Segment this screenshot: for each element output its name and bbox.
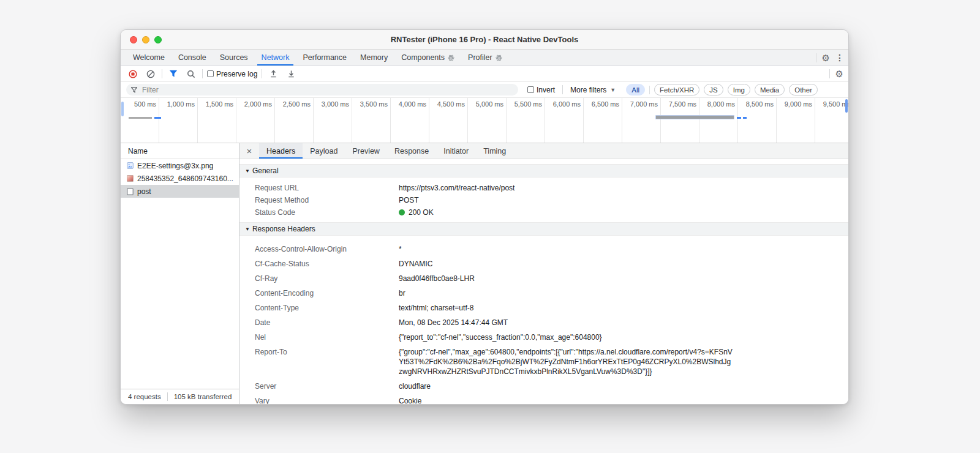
resource-type-filters: All Fetch/XHR JS Img Media Other [626,84,818,95]
tab-sources[interactable]: Sources [213,50,255,66]
details-tab-payload[interactable]: Payload [303,143,345,159]
clear-network-log-button[interactable] [144,68,157,80]
filter-input[interactable] [141,85,513,95]
network-toolbar-right: ⚙ [829,69,843,78]
timeline-tick-label: 4,000 ms [399,100,426,108]
timeline-tick-label: 5,500 ms [514,100,542,108]
header-row: Request Method POST [255,195,848,205]
waterfall-bar [129,117,152,119]
devtools-tab-bar: Welcome Console Sources Network Performa… [121,50,848,66]
waterfall-bar [655,115,734,119]
timeline-tick-label: 6,000 ms [553,100,581,108]
invert-label[interactable]: Invert [537,86,555,94]
close-details-icon[interactable]: × [239,143,259,159]
divider [167,392,168,401]
preserve-log-label[interactable]: Preserve log [216,70,257,78]
tab-console[interactable]: Console [172,50,213,66]
import-har-icon[interactable] [266,68,280,80]
response-headers-section-title: Response Headers [252,225,315,233]
tab-performance[interactable]: Performance [296,50,353,66]
request-row[interactable]: 258435352_648609743160... [121,172,239,185]
header-label: Nel [255,332,399,342]
timeline-tick-label: 8,000 ms [707,100,735,108]
divider [162,69,162,78]
timeline-tick-label: 3,000 ms [322,100,349,108]
tab-welcome[interactable]: Welcome [126,50,172,66]
filter-toggle-icon[interactable] [167,68,180,80]
filter-pill-other[interactable]: Other [789,84,818,95]
timeline-scrollbar-thumb[interactable] [845,99,848,113]
timeline-tick: 6,500 ms [584,98,622,143]
invert-checkbox[interactable] [527,86,534,93]
export-har-icon[interactable] [284,68,298,80]
settings-gear-icon[interactable]: ⚙ [822,53,830,62]
request-name: post [137,187,151,196]
header-row: Report-To {"group":"cf-nel","max_age":60… [255,347,848,376]
timeline-scrollbar-thumb[interactable] [121,102,124,116]
minimize-window-button[interactable] [142,36,149,43]
tab-profiler[interactable]: Profiler [461,50,509,66]
more-filters-dropdown[interactable]: More filters ▼ [570,86,616,94]
header-value: text/html; charset=utf-8 [399,303,473,313]
header-label: Vary [255,396,399,404]
header-row: Content-Encoding br [255,288,848,298]
fullscreen-window-button[interactable] [154,36,162,43]
tab-network[interactable]: Network [255,50,296,66]
tab-components[interactable]: Components [394,50,461,66]
filter-pill-fetch-xhr[interactable]: Fetch/XHR [654,84,699,95]
request-row-selected[interactable]: post [121,185,239,198]
timeline-tick: 8,000 ms [699,98,738,143]
timeline-tick: 4,500 ms [429,98,468,143]
more-options-menu-icon[interactable]: ⋮ [835,53,844,62]
timeline-tick-label: 4,500 ms [437,100,465,108]
filter-pill-img[interactable]: Img [728,84,750,95]
divider [562,85,563,94]
status-code-text: 200 OK [409,208,434,217]
headers-content: ▼ General Request URL https://ptsv3.com/… [239,159,848,404]
close-window-button[interactable] [130,36,137,43]
details-tab-timing[interactable]: Timing [476,143,513,159]
filter-pill-all[interactable]: All [626,84,645,95]
header-value: {"group":"cf-nel","max_age":604800,"endp… [399,347,734,376]
response-headers-rows: Access-Control-Allow-Origin * Cf-Cache-S… [239,236,848,404]
filter-input-box[interactable] [126,84,518,95]
request-row[interactable]: E2EE-settings@3x.png [121,159,239,172]
timeline-tick-label: 2,500 ms [283,100,311,108]
preserve-log-checkbox[interactable] [207,70,214,77]
header-row: Vary Cookie [255,396,848,404]
tab-bar-right-controls: ⚙ ⋮ [816,50,848,66]
general-section-title: General [252,167,279,175]
response-headers-section-header[interactable]: ▼ Response Headers [239,222,848,236]
header-value: https://ptsv3.com/t/react-native/post [399,183,514,193]
timeline-tick: 6,000 ms [545,98,584,143]
timeline-tick-label: 6,500 ms [592,100,619,108]
timeline-tick-label: 9,000 ms [785,100,812,108]
network-settings-gear-icon[interactable]: ⚙ [835,69,843,78]
header-row: Server cloudflare [255,381,848,391]
divider [202,69,203,78]
name-column-header[interactable]: Name [121,143,239,159]
details-tab-initiator[interactable]: Initiator [436,143,476,159]
details-tab-headers[interactable]: Headers [259,143,303,159]
header-label: Request Method [255,195,399,205]
network-overview-timeline[interactable]: 500 ms1,000 ms1,500 ms2,000 ms2,500 ms3,… [121,98,848,143]
header-value: Cookie [399,396,421,404]
details-tab-response[interactable]: Response [387,143,436,159]
filter-pill-js[interactable]: JS [704,84,723,95]
details-tab-preview[interactable]: Preview [345,143,386,159]
filter-pill-media[interactable]: Media [755,84,785,95]
timeline-tick-label: 8,500 ms [746,100,774,108]
tab-memory[interactable]: Memory [353,50,394,66]
stop-recording-button[interactable] [126,68,140,80]
traffic-lights [130,30,162,49]
general-section-header[interactable]: ▼ General [239,164,848,178]
search-icon[interactable] [184,68,198,80]
header-label: Status Code [255,208,399,217]
requests-list-panel: Name E2EE-settings@3x.png 258435352_6486… [121,143,239,404]
tab-components-label: Components [401,53,445,62]
timeline-tick: 5,000 ms [468,98,507,143]
header-label: Content-Type [255,303,399,313]
timeline-tick: 4,000 ms [391,98,429,143]
window-titlebar: RNTester (iPhone 16 Pro) - React Native … [121,30,848,50]
header-row: Request URL https://ptsv3.com/t/react-na… [255,183,848,193]
